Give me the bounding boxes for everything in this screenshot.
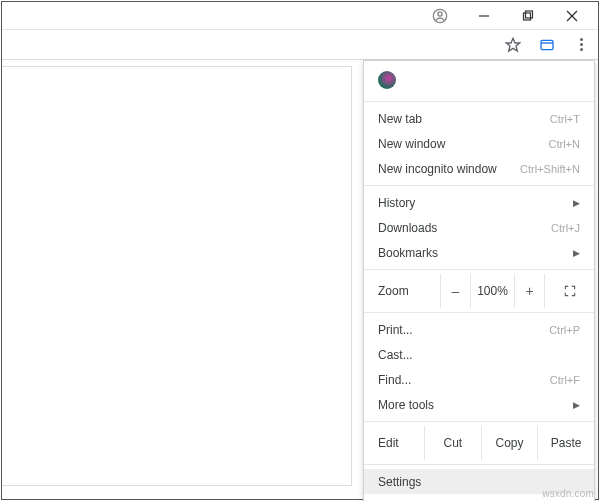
menu-shortcut: Ctrl+T [550, 113, 580, 125]
titlebar [2, 2, 598, 30]
menu-label: More tools [378, 398, 434, 412]
toolbar [2, 30, 598, 60]
menu-label: Bookmarks [378, 246, 438, 260]
menu-label: Downloads [378, 221, 437, 235]
bookmark-star-icon[interactable] [502, 34, 524, 56]
menu-item-print[interactable]: Print... Ctrl+P [364, 317, 594, 342]
submenu-arrow-icon: ▶ [573, 248, 580, 258]
edit-label: Edit [364, 436, 424, 450]
menu-item-more-tools[interactable]: More tools ▶ [364, 392, 594, 417]
menu-item-zoom: Zoom – 100% + [364, 274, 594, 308]
browser-window: New tab Ctrl+T New window Ctrl+N New inc… [1, 1, 599, 500]
three-dots-icon [580, 38, 583, 51]
menu-item-new-window[interactable]: New window Ctrl+N [364, 131, 594, 156]
page-panel [2, 66, 352, 486]
menu-separator [364, 312, 594, 313]
minimize-button[interactable] [462, 3, 506, 29]
menu-label: New window [378, 137, 445, 151]
svg-rect-3 [524, 13, 531, 20]
zoom-out-button[interactable]: – [440, 274, 470, 308]
fullscreen-button[interactable] [544, 274, 594, 308]
menu-separator [364, 185, 594, 186]
submenu-arrow-icon: ▶ [573, 400, 580, 410]
menu-item-downloads[interactable]: Downloads Ctrl+J [364, 215, 594, 240]
submenu-arrow-icon: ▶ [573, 198, 580, 208]
menu-separator [364, 101, 594, 102]
svg-rect-8 [541, 40, 553, 49]
user-avatar-icon[interactable] [418, 3, 462, 29]
profile-avatar-icon [378, 71, 396, 89]
maximize-button[interactable] [506, 3, 550, 29]
menu-item-cast[interactable]: Cast... [364, 342, 594, 367]
menu-label: Settings [378, 475, 421, 489]
menu-label: Find... [378, 373, 411, 387]
profile-row[interactable] [364, 67, 594, 97]
zoom-value: 100% [470, 274, 514, 308]
close-button[interactable] [550, 3, 594, 29]
menu-label: History [378, 196, 415, 210]
menu-item-find[interactable]: Find... Ctrl+F [364, 367, 594, 392]
menu-shortcut: Ctrl+J [551, 222, 580, 234]
menu-shortcut: Ctrl+N [549, 138, 580, 150]
paste-button[interactable]: Paste [537, 426, 594, 460]
extension-icon[interactable] [536, 34, 558, 56]
chrome-menu: New tab Ctrl+T New window Ctrl+N New inc… [363, 60, 595, 501]
svg-point-1 [438, 11, 442, 15]
menu-separator [364, 269, 594, 270]
menu-shortcut: Ctrl+F [550, 374, 580, 386]
menu-label: New tab [378, 112, 422, 126]
menu-separator [364, 421, 594, 422]
svg-rect-4 [526, 11, 533, 18]
menu-shortcut: Ctrl+Shift+N [520, 163, 580, 175]
menu-label: New incognito window [378, 162, 497, 176]
menu-separator [364, 464, 594, 465]
menu-label: Print... [378, 323, 413, 337]
menu-button[interactable] [570, 34, 592, 56]
zoom-in-button[interactable]: + [514, 274, 544, 308]
menu-item-bookmarks[interactable]: Bookmarks ▶ [364, 240, 594, 265]
menu-label: Cast... [378, 348, 413, 362]
menu-item-edit: Edit Cut Copy Paste [364, 426, 594, 460]
content-area: New tab Ctrl+T New window Ctrl+N New inc… [2, 60, 598, 499]
copy-button[interactable]: Copy [481, 426, 538, 460]
cut-button[interactable]: Cut [424, 426, 481, 460]
menu-shortcut: Ctrl+P [549, 324, 580, 336]
menu-item-new-incognito[interactable]: New incognito window Ctrl+Shift+N [364, 156, 594, 181]
zoom-label: Zoom [364, 284, 440, 298]
menu-item-new-tab[interactable]: New tab Ctrl+T [364, 106, 594, 131]
svg-marker-7 [506, 38, 519, 51]
menu-item-history[interactable]: History ▶ [364, 190, 594, 215]
watermark: wsxdn.com [542, 488, 594, 499]
